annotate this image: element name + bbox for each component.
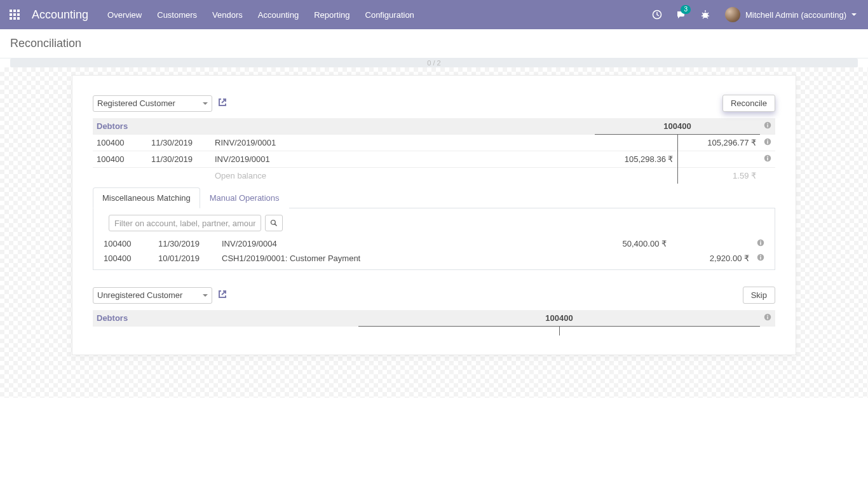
lines-table: Debtors 100400 bbox=[93, 310, 775, 336]
tabs: Miscellaneous Matching Manual Operations bbox=[93, 187, 775, 208]
search-button[interactable] bbox=[265, 215, 283, 231]
svg-rect-22 bbox=[760, 242, 761, 245]
match-row[interactable]: 100400 11/30/2019 INV/2019/0004 50,400.0… bbox=[100, 236, 768, 251]
tab-misc-matching[interactable]: Miscellaneous Matching bbox=[93, 187, 200, 208]
svg-point-10 bbox=[703, 13, 708, 18]
menu-configuration[interactable]: Configuration bbox=[358, 0, 422, 29]
skip-button[interactable]: Skip bbox=[743, 287, 775, 304]
svg-rect-1 bbox=[13, 10, 16, 12]
account-code: 100400 bbox=[663, 121, 691, 131]
svg-rect-4 bbox=[13, 13, 16, 16]
debug-icon[interactable] bbox=[695, 0, 716, 29]
filter-input[interactable] bbox=[109, 215, 261, 231]
partner-select-value: Unregistered Customer bbox=[97, 290, 182, 300]
account-code: 100400 bbox=[545, 313, 573, 323]
reconcile-button[interactable]: Reconcile bbox=[722, 95, 775, 112]
reconcile-block: Unregistered Customer Skip Debtors 10040… bbox=[93, 287, 775, 336]
svg-rect-18 bbox=[767, 158, 768, 161]
info-icon[interactable] bbox=[764, 313, 771, 321]
svg-rect-16 bbox=[767, 139, 768, 140]
svg-point-20 bbox=[271, 220, 276, 225]
progress-label: 0 / 2 bbox=[427, 59, 440, 67]
svg-rect-28 bbox=[767, 316, 768, 320]
menu-accounting[interactable]: Accounting bbox=[250, 0, 306, 29]
systray: 3 Mitchell Admin (accounting) bbox=[646, 0, 863, 29]
user-menu[interactable]: Mitchell Admin (accounting) bbox=[719, 0, 863, 29]
svg-rect-12 bbox=[767, 125, 768, 128]
svg-rect-6 bbox=[10, 17, 12, 20]
menu-vendors[interactable]: Vendors bbox=[205, 0, 250, 29]
svg-rect-23 bbox=[760, 241, 761, 242]
reconcile-block: Registered Customer Reconcile Debtors 10… bbox=[93, 95, 775, 270]
tab-manual-operations[interactable]: Manual Operations bbox=[200, 187, 289, 208]
partner-select-value: Registered Customer bbox=[97, 98, 175, 108]
partner-select[interactable]: Unregistered Customer bbox=[93, 287, 212, 304]
open-balance-row: Open balance 1.59 ₹ bbox=[93, 168, 775, 184]
info-icon[interactable] bbox=[757, 239, 764, 247]
discuss-icon[interactable]: 3 bbox=[670, 0, 692, 29]
control-panel: Reconciliation bbox=[0, 29, 868, 58]
main-menu: Overview Customers Vendors Accounting Re… bbox=[100, 0, 422, 29]
page-title: Reconciliation bbox=[10, 37, 858, 50]
discuss-badge: 3 bbox=[681, 5, 691, 14]
apps-icon[interactable] bbox=[0, 0, 29, 29]
search-icon bbox=[270, 219, 278, 227]
match-row[interactable]: 100400 10/01/2019 CSH1/2019/0001: Custom… bbox=[100, 251, 768, 266]
svg-rect-15 bbox=[767, 141, 768, 144]
user-name: Mitchell Admin (accounting) bbox=[745, 10, 846, 20]
account-link[interactable]: Debtors bbox=[97, 121, 128, 131]
svg-rect-19 bbox=[767, 156, 768, 158]
svg-rect-26 bbox=[760, 255, 761, 257]
svg-rect-2 bbox=[17, 10, 20, 12]
external-link-icon[interactable] bbox=[217, 97, 227, 109]
svg-rect-5 bbox=[17, 13, 20, 16]
partner-select[interactable]: Registered Customer bbox=[93, 95, 212, 112]
info-icon[interactable] bbox=[764, 138, 771, 146]
line-row[interactable]: 100400 11/30/2019 RINV/2019/0001 105,296… bbox=[93, 135, 775, 151]
line-row[interactable]: 100400 11/30/2019 INV/2019/0001 105,298.… bbox=[93, 151, 775, 168]
activity-icon[interactable] bbox=[646, 0, 668, 29]
app-brand[interactable]: Accounting bbox=[29, 8, 100, 22]
info-icon[interactable] bbox=[757, 254, 764, 261]
empty-row bbox=[93, 327, 775, 336]
lines-table: Debtors 100400 100400 11/30/2019 RINV/20… bbox=[93, 118, 775, 184]
svg-rect-7 bbox=[13, 17, 16, 20]
reconcile-progress: 0 / 2 bbox=[10, 58, 858, 67]
svg-rect-3 bbox=[10, 13, 12, 16]
match-table: 100400 11/30/2019 INV/2019/0004 50,400.0… bbox=[100, 236, 768, 266]
caret-down-icon bbox=[851, 13, 857, 16]
menu-customers[interactable]: Customers bbox=[149, 0, 205, 29]
menu-reporting[interactable]: Reporting bbox=[306, 0, 357, 29]
sheet: Registered Customer Reconcile Debtors 10… bbox=[72, 75, 796, 355]
external-link-icon[interactable] bbox=[217, 289, 227, 301]
svg-rect-25 bbox=[760, 257, 761, 260]
top-navbar: Accounting Overview Customers Vendors Ac… bbox=[0, 0, 868, 29]
svg-rect-8 bbox=[17, 17, 20, 20]
info-icon[interactable] bbox=[764, 154, 771, 162]
svg-rect-13 bbox=[767, 123, 768, 125]
account-link[interactable]: Debtors bbox=[97, 313, 128, 323]
main-area: Registered Customer Reconcile Debtors 10… bbox=[0, 67, 868, 398]
svg-rect-29 bbox=[767, 315, 768, 316]
svg-rect-0 bbox=[10, 10, 12, 12]
tab-content: 100400 11/30/2019 INV/2019/0004 50,400.0… bbox=[93, 208, 775, 270]
menu-overview[interactable]: Overview bbox=[100, 0, 149, 29]
avatar bbox=[725, 7, 740, 22]
info-icon[interactable] bbox=[764, 121, 771, 129]
